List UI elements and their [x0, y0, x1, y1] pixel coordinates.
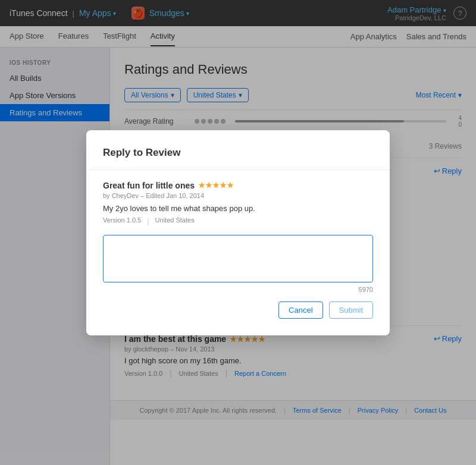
cancel-button[interactable]: Cancel: [278, 301, 322, 319]
char-count: 5970: [103, 286, 373, 293]
reply-dialog: Reply to Review Great fun for little one…: [86, 130, 390, 335]
modal-overlay: Reply to Review Great fun for little one…: [0, 0, 476, 465]
dialog-review-title: Great fun for little ones ★★★★★: [103, 181, 373, 190]
dialog-review-country: United States: [155, 216, 195, 225]
dialog-stars: ★★★★★: [198, 181, 234, 190]
dialog-review-meta: by CheyDev – Edited Jan 10, 2014: [103, 192, 373, 199]
dialog-title: Reply to Review: [103, 147, 373, 159]
dialog-review-version: Version 1.0.5: [103, 216, 141, 225]
dialog-actions: Cancel Submit: [103, 301, 373, 319]
dialog-review-footer: Version 1.0.5 | United States: [103, 216, 373, 225]
dialog-review-body: My 2yo loves to tell me what shapes pop …: [103, 204, 373, 213]
dialog-divider: [86, 169, 390, 170]
reply-textarea[interactable]: [103, 235, 373, 282]
submit-button[interactable]: Submit: [329, 301, 373, 319]
